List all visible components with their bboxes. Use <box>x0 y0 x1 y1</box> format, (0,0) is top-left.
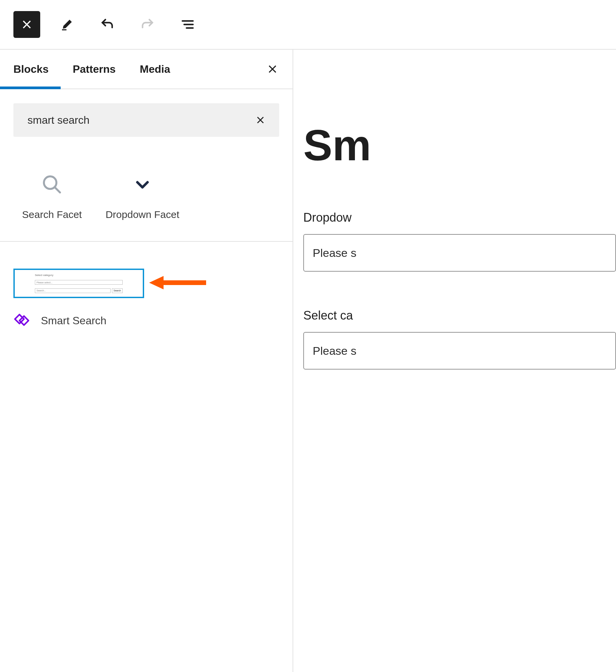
document-overview-button[interactable] <box>174 11 201 38</box>
pencil-icon <box>60 18 74 31</box>
svg-marker-3 <box>149 276 164 289</box>
pattern-overlap-icon <box>13 312 32 330</box>
close-icon <box>21 18 33 31</box>
close-inserter-button[interactable] <box>13 11 40 38</box>
editor-top-toolbar <box>0 0 616 50</box>
pattern-results: Select category Please select... Search.… <box>0 242 293 343</box>
close-icon <box>255 115 265 125</box>
tab-patterns[interactable]: Patterns <box>61 50 128 89</box>
dropdown-facet-select[interactable]: Please s <box>303 234 616 272</box>
editor-canvas: Sm Dropdow Please s Select ca Please s <box>293 50 616 672</box>
pattern-preview-search-button: Search <box>112 288 123 293</box>
tab-media[interactable]: Media <box>128 50 182 89</box>
annotation-arrow-icon <box>147 273 208 293</box>
field-label-dropdown: Dropdow <box>303 211 616 225</box>
block-results-grid: Search Facet Dropdown Facet <box>0 151 293 242</box>
block-item-dropdown-facet[interactable]: Dropdown Facet <box>97 171 188 221</box>
inserter-tabs: Blocks Patterns Media <box>0 50 293 89</box>
pattern-preview-search-field: Search... <box>35 288 111 293</box>
block-inserter-panel: Blocks Patterns Media Search F <box>0 50 293 672</box>
magnify-icon <box>39 171 65 198</box>
undo-icon <box>100 17 115 32</box>
undo-button[interactable] <box>94 11 121 38</box>
redo-button[interactable] <box>134 11 161 38</box>
details-icon <box>181 17 195 32</box>
block-item-search-facet[interactable]: Search Facet <box>7 171 97 221</box>
edit-tool-button[interactable] <box>54 11 80 38</box>
redo-icon <box>140 17 155 32</box>
category-select[interactable]: Please s <box>303 332 616 370</box>
clear-search-button[interactable] <box>253 113 268 127</box>
pattern-preview-select: Please select... <box>35 280 123 285</box>
pattern-title-row[interactable]: Smart Search <box>13 312 279 330</box>
pattern-thumbnail-smart-search[interactable]: Select category Please select... Search.… <box>13 269 144 298</box>
close-icon <box>267 63 278 75</box>
chevron-down-icon <box>129 171 156 198</box>
pattern-preview-label: Select category <box>35 274 123 277</box>
pattern-title: Smart Search <box>41 315 107 327</box>
block-label: Dropdown Facet <box>106 208 179 221</box>
block-label: Search Facet <box>22 208 82 221</box>
block-search-input[interactable] <box>27 114 253 126</box>
page-title[interactable]: Sm <box>303 120 616 170</box>
block-search-box <box>13 103 279 137</box>
svg-rect-0 <box>62 29 66 30</box>
tab-blocks[interactable]: Blocks <box>0 50 61 89</box>
field-label-select-category: Select ca <box>303 309 616 323</box>
close-panel-button[interactable] <box>262 59 283 79</box>
